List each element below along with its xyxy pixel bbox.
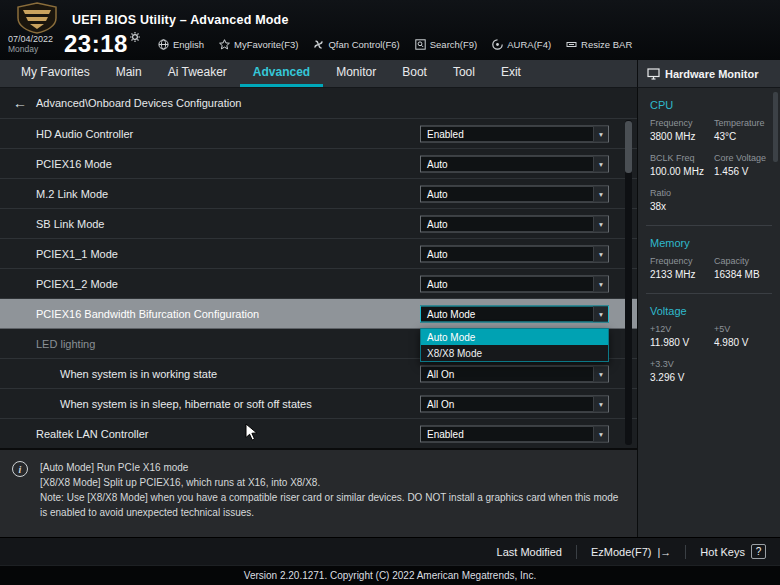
resize-bar-button[interactable]: Resize BAR	[566, 39, 632, 50]
chevron-down-icon	[593, 396, 608, 411]
date: 07/04/2022	[8, 34, 64, 45]
dropdown-value: Auto	[421, 278, 593, 289]
setting-label: PCIEX1_2 Mode	[36, 278, 118, 290]
search-icon	[415, 39, 426, 50]
menu-tabs: My Favorites Main Ai Tweaker Advanced Mo…	[0, 60, 637, 88]
dropdown-value: Enabled	[421, 128, 593, 139]
memory-stats: Frequency Capacity 2133 MHz 16384 MB	[638, 256, 780, 291]
led-working-dropdown[interactable]: All On	[420, 365, 609, 382]
hot-keys-button[interactable]: Hot Keys ?	[700, 544, 766, 559]
stat-value: 100.00 MHz	[650, 166, 714, 177]
stat-label: Frequency	[650, 118, 714, 128]
tab-boot[interactable]: Boot	[389, 60, 440, 87]
chevron-down-icon	[593, 246, 608, 261]
clock-wrap: 23:18	[64, 32, 140, 56]
chevron-down-icon	[593, 216, 608, 231]
app-title: UEFI BIOS Utility – Advanced Mode	[72, 13, 289, 27]
ezmode-switch-icon: |→	[658, 546, 672, 558]
clock: 23:18	[64, 32, 128, 56]
dropdown-value: Auto	[421, 248, 593, 259]
setting-row-hd-audio: HD Audio Controller Enabled	[0, 119, 637, 149]
chevron-down-icon	[593, 126, 608, 141]
led-sleep-dropdown[interactable]: All On	[420, 395, 609, 412]
chevron-down-icon	[593, 186, 608, 201]
option-auto-mode[interactable]: Auto Mode	[421, 329, 608, 345]
stat-value: 38x	[650, 201, 714, 212]
stat-label: Core Voltage	[714, 153, 774, 163]
stat-value: 43°C	[714, 131, 774, 142]
setting-label: M.2 Link Mode	[36, 188, 108, 200]
header-row: 07/04/2022 Monday 23:18	[8, 28, 774, 60]
stat-value: 16384 MB	[714, 269, 774, 280]
bifurcation-dropdown[interactable]: Auto Mode	[420, 305, 609, 322]
stat-value: 2133 MHz	[650, 269, 714, 280]
pciex1-2-mode-dropdown[interactable]: Auto	[420, 275, 609, 292]
memory-section-title: Memory	[650, 237, 780, 249]
back-arrow-icon[interactable]: ←	[13, 95, 27, 111]
stat-label: Ratio	[650, 188, 714, 198]
bottom-bar-divider	[576, 545, 577, 559]
tab-ai-tweaker[interactable]: Ai Tweaker	[155, 60, 240, 87]
dropdown-value: Enabled	[421, 428, 593, 439]
ezmode-button[interactable]: EzMode(F7) |→	[591, 546, 671, 558]
chevron-down-icon	[593, 276, 608, 291]
question-mark-icon: ?	[751, 544, 766, 559]
hot-keys-label: Hot Keys	[700, 546, 745, 558]
tab-main[interactable]: Main	[103, 60, 155, 87]
aura-label: AURA(F4)	[507, 39, 551, 50]
stat-value: 11.980 V	[650, 337, 714, 348]
stat-value	[714, 201, 774, 212]
myfavorite-button[interactable]: MyFavorite(F3)	[219, 39, 298, 50]
tab-monitor[interactable]: Monitor	[323, 60, 389, 87]
setting-row-pciex1-1-mode: PCIEX1_1 Mode Auto	[0, 239, 637, 269]
tab-advanced[interactable]: Advanced	[240, 60, 323, 87]
scrollbar-thumb[interactable]	[625, 121, 632, 173]
tab-tool[interactable]: Tool	[440, 60, 488, 87]
option-x8x8-mode[interactable]: X8/X8 Mode	[421, 345, 608, 361]
bottom-bar-divider	[685, 545, 686, 559]
pciex16-mode-dropdown[interactable]: Auto	[420, 155, 609, 172]
help-panel: i [Auto Mode] Run PCIe X16 mode [X8/X8 M…	[0, 448, 637, 537]
hardware-monitor-panel: CPU Frequency Temperature 3800 MHz 43°C …	[637, 88, 780, 537]
language-button[interactable]: English	[158, 39, 204, 50]
hd-audio-dropdown[interactable]: Enabled	[420, 125, 609, 142]
dropdown-value: All On	[421, 398, 593, 409]
setting-row-pciex16-mode: PCIEX16 Mode Auto	[0, 149, 637, 179]
chevron-down-icon	[593, 366, 608, 381]
version-footer: Version 2.20.1271. Copyright (C) 2022 Am…	[0, 565, 780, 585]
settings-rows: HD Audio Controller Enabled PCIEX16 Mode…	[0, 118, 637, 448]
dropdown-value: Auto Mode	[421, 308, 593, 319]
chevron-down-icon	[593, 306, 608, 321]
stat-label: Temperature	[714, 118, 774, 128]
realtek-lan-dropdown[interactable]: Enabled	[420, 425, 609, 442]
bios-screen: UEFI BIOS Utility – Advanced Mode 07/04/…	[0, 0, 780, 585]
search-button[interactable]: Search(F9)	[415, 39, 478, 50]
help-line: [X8/X8 Mode] Split up PCIEX16, which run…	[40, 475, 623, 490]
gear-icon[interactable]	[130, 32, 140, 42]
voltage-section-title: Voltage	[650, 305, 780, 317]
sidebar-scrollbar[interactable]	[773, 92, 778, 162]
setting-row-realtek-lan: Realtek LAN Controller Enabled	[0, 419, 637, 448]
aura-icon	[492, 39, 503, 50]
stat-value	[714, 372, 774, 383]
dropdown-value: All On	[421, 368, 593, 379]
ezmode-label: EzMode(F7)	[591, 546, 652, 558]
language-icon	[158, 39, 169, 50]
aura-button[interactable]: AURA(F4)	[492, 39, 551, 50]
last-modified-button[interactable]: Last Modified	[497, 546, 562, 558]
stat-label: Frequency	[650, 256, 714, 266]
sidebar-divider	[646, 225, 772, 226]
breadcrumb-path: Advanced\Onboard Devices Configuration	[36, 97, 241, 109]
qfan-button[interactable]: Qfan Control(F6)	[313, 39, 399, 50]
settings-scrollbar[interactable]	[625, 120, 632, 445]
setting-label: When system is in sleep, hibernate or so…	[60, 398, 312, 410]
setting-row-bifurcation[interactable]: PCIEX16 Bandwidth Bifurcation Configurat…	[0, 299, 637, 329]
tab-my-favorites[interactable]: My Favorites	[8, 60, 103, 87]
m2-link-mode-dropdown[interactable]: Auto	[420, 185, 609, 202]
pciex1-1-mode-dropdown[interactable]: Auto	[420, 245, 609, 262]
myfavorite-label: MyFavorite(F3)	[234, 39, 298, 50]
settings-panel: ← Advanced\Onboard Devices Configuration…	[0, 88, 637, 448]
sb-link-mode-dropdown[interactable]: Auto	[420, 215, 609, 232]
tab-exit[interactable]: Exit	[488, 60, 534, 87]
qfan-label: Qfan Control(F6)	[328, 39, 399, 50]
